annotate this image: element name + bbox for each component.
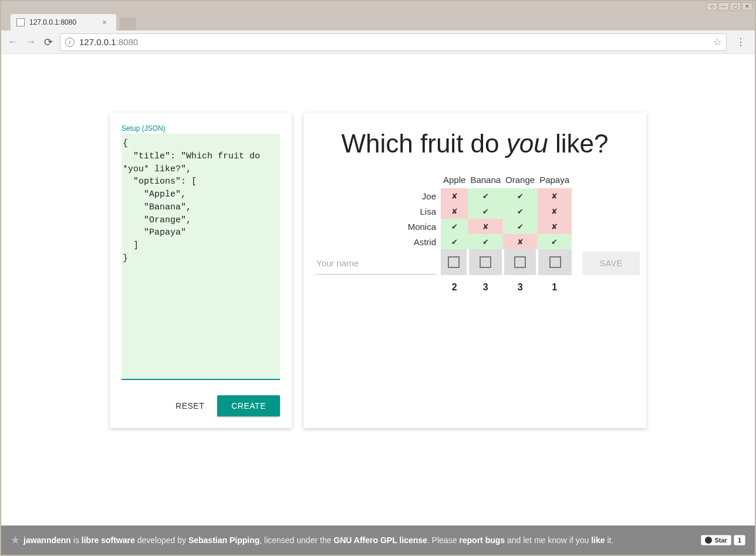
total-count: 3 xyxy=(468,275,503,293)
poll-card: Which fruit do you like? Apple Banana Or… xyxy=(303,113,646,428)
vote-row: Joe✘✔✔✘ xyxy=(315,188,640,204)
poll-title: Which fruit do you like? xyxy=(315,129,635,158)
minimize-button[interactable]: — xyxy=(718,2,729,11)
vote-no: ✘ xyxy=(468,219,503,234)
page-footer: ★ jawanndenn is libre software developed… xyxy=(1,526,755,555)
github-star-button[interactable]: Star xyxy=(701,535,731,545)
vote-yes: ✔ xyxy=(441,219,468,234)
url-text: 127.0.0.1:8080 xyxy=(79,37,138,47)
vote-row: Astrid✔✔✘✔ xyxy=(315,234,640,249)
new-tab-button[interactable] xyxy=(120,18,136,30)
setup-card: Setup (JSON) RESET CREATE xyxy=(110,113,292,428)
site-info-icon[interactable]: i xyxy=(65,38,75,47)
vote-yes: ✔ xyxy=(468,234,503,249)
total-count: 2 xyxy=(441,275,468,293)
vote-no: ✘ xyxy=(537,219,572,234)
github-icon xyxy=(705,537,712,544)
save-button[interactable]: SAVE xyxy=(582,252,640,275)
browser-menu-icon[interactable]: ⋮ xyxy=(733,36,749,48)
totals-row: 2 3 3 1 xyxy=(315,275,640,293)
forward-button[interactable]: → xyxy=(25,36,36,48)
reset-button[interactable]: RESET xyxy=(171,395,209,416)
back-button[interactable]: ← xyxy=(7,36,19,48)
window-titlebar: ◇ — ▢ ✕ xyxy=(1,1,755,12)
vote-row: Lisa✘✔✔✘ xyxy=(315,204,640,219)
address-bar[interactable]: i 127.0.0.1:8080 ☆ xyxy=(60,33,727,51)
reload-button[interactable]: ⟳ xyxy=(42,36,54,48)
github-star-count[interactable]: 1 xyxy=(734,535,745,545)
vote-no: ✘ xyxy=(537,188,572,204)
vote-checkbox[interactable] xyxy=(514,256,526,268)
voter-name: Lisa xyxy=(315,204,441,219)
vote-no: ✘ xyxy=(441,204,468,219)
option-header: Papaya xyxy=(537,172,572,188)
footer-text: jawanndenn is libre software developed b… xyxy=(23,535,613,545)
option-header: Banana xyxy=(468,172,503,188)
browser-tab[interactable]: 127.0.0.1:8080 × xyxy=(11,14,116,30)
bookmark-star-icon[interactable]: ☆ xyxy=(713,36,721,48)
vote-yes: ✔ xyxy=(441,234,468,249)
vote-yes: ✔ xyxy=(503,188,537,204)
browser-toolbar: ← → ⟳ i 127.0.0.1:8080 ☆ ⋮ xyxy=(1,30,755,54)
vote-no: ✘ xyxy=(537,204,572,219)
option-header: Orange xyxy=(503,172,537,188)
maximize-button[interactable]: ▢ xyxy=(730,2,741,11)
vote-no: ✘ xyxy=(441,188,468,204)
voter-name: Joe xyxy=(315,188,441,204)
star-icon: ★ xyxy=(11,534,20,547)
poll-table: Apple Banana Orange Papaya Joe✘✔✔✘Lisa✘✔… xyxy=(315,172,640,293)
vote-input-row: SAVE xyxy=(315,249,640,275)
vote-checkbox[interactable] xyxy=(549,256,561,268)
vote-yes: ✔ xyxy=(468,204,503,219)
vote-checkbox[interactable] xyxy=(480,256,491,268)
setup-json-textarea[interactable] xyxy=(122,134,280,380)
vote-row: Monica✔✘✔✘ xyxy=(315,219,640,234)
vote-yes: ✔ xyxy=(503,219,537,234)
create-button[interactable]: CREATE xyxy=(217,395,280,416)
page-viewport: Setup (JSON) RESET CREATE Which fruit do… xyxy=(1,54,755,555)
poll-header-row: Apple Banana Orange Papaya xyxy=(315,172,640,188)
your-name-input[interactable] xyxy=(315,252,436,274)
vote-yes: ✔ xyxy=(537,234,572,249)
close-tab-icon[interactable]: × xyxy=(102,18,107,27)
voter-name: Monica xyxy=(315,219,441,234)
total-count: 3 xyxy=(503,275,537,293)
setup-label: Setup (JSON) xyxy=(122,124,280,133)
tab-title: 127.0.0.1:8080 xyxy=(29,18,76,26)
voter-name: Astrid xyxy=(315,234,441,249)
option-header: Apple xyxy=(441,172,468,188)
vote-yes: ✔ xyxy=(503,204,537,219)
vote-yes: ✔ xyxy=(468,188,503,204)
total-count: 1 xyxy=(537,275,572,293)
file-icon xyxy=(16,18,25,26)
user-menu-button[interactable]: ◇ xyxy=(707,2,717,11)
tab-strip: 127.0.0.1:8080 × xyxy=(1,12,755,30)
vote-checkbox[interactable] xyxy=(448,256,460,268)
vote-no: ✘ xyxy=(503,234,537,249)
close-window-button[interactable]: ✕ xyxy=(742,2,752,11)
